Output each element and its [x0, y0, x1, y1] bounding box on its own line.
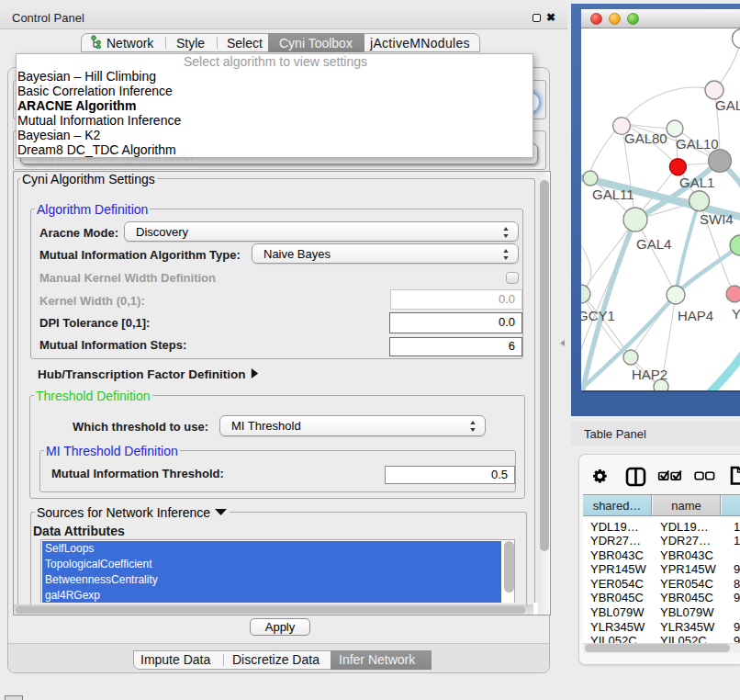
svg-text:SWI4: SWI4	[700, 211, 734, 227]
svg-text:YJL0: YJL0	[732, 306, 740, 322]
svg-text:GAL10: GAL10	[676, 136, 719, 152]
svg-text:GAL80: GAL80	[624, 130, 667, 146]
svg-text:GAL11: GAL11	[592, 186, 634, 202]
svg-text:GAL4: GAL4	[636, 236, 671, 252]
svg-text:GCY1: GCY1	[581, 308, 615, 323]
svg-text:HAP4: HAP4	[678, 308, 713, 323]
svg-text:HAP2: HAP2	[632, 367, 667, 382]
svg-text:GAL7: GAL7	[715, 97, 740, 113]
svg-text:GAL1: GAL1	[679, 175, 714, 190]
